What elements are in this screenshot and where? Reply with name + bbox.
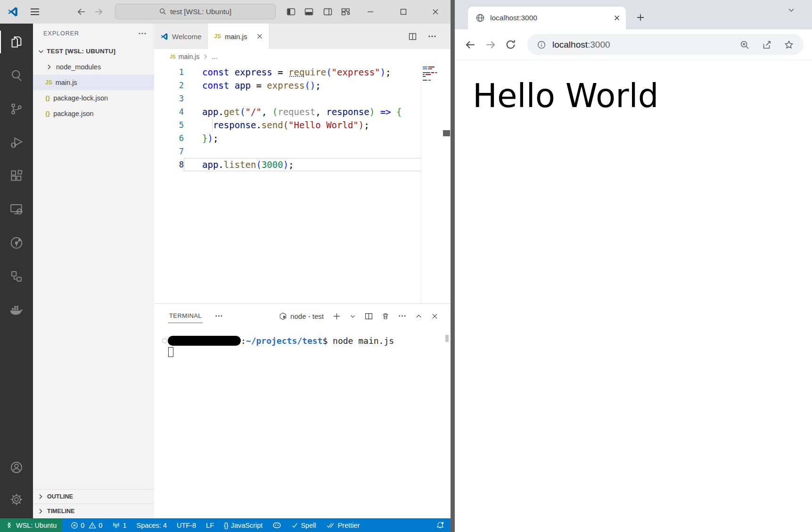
code-line[interactable]: 7 xyxy=(154,145,421,158)
code-line[interactable]: 1const express = require("express"); xyxy=(154,66,421,79)
kill-terminal-icon[interactable] xyxy=(382,312,389,320)
line-content[interactable]: const app = express(); xyxy=(184,79,421,92)
code-line[interactable]: 3 xyxy=(154,92,421,105)
command-decoration-icon[interactable] xyxy=(162,338,167,343)
run-debug-icon[interactable] xyxy=(0,135,33,150)
notifications-bell-icon[interactable] xyxy=(436,521,444,530)
browser-reload-icon[interactable] xyxy=(505,39,517,50)
toggle-panel-icon[interactable] xyxy=(304,8,313,16)
spell-indicator[interactable]: Spell xyxy=(291,522,316,529)
line-content[interactable]: app.listen(3000); xyxy=(184,158,421,171)
bookmark-star-icon[interactable] xyxy=(784,40,794,50)
prettier-indicator[interactable]: Prettier xyxy=(326,522,360,529)
warning-count: 0 xyxy=(98,522,102,529)
share-icon[interactable] xyxy=(762,40,772,50)
line-content[interactable]: app.get("/", (request, response) => { xyxy=(184,105,421,118)
language-indicator[interactable]: {} JavaScript xyxy=(224,522,262,529)
hierarchy-icon[interactable] xyxy=(0,269,33,283)
explorer-icon[interactable] xyxy=(0,35,33,49)
minimap[interactable] xyxy=(421,64,443,303)
code-line[interactable]: 2const app = express(); xyxy=(154,79,421,92)
tab-label: main.js xyxy=(225,33,247,41)
search-icon[interactable] xyxy=(0,68,33,83)
toggle-secondary-sidebar-icon[interactable] xyxy=(323,8,332,16)
account-icon[interactable] xyxy=(0,460,33,474)
line-number: 7 xyxy=(154,145,184,158)
workspace-root-item[interactable]: TEST [WSL: UBUNTU] xyxy=(33,43,154,59)
outline-section[interactable]: OUTLINE xyxy=(33,489,154,504)
line-content[interactable] xyxy=(184,145,421,158)
settings-gear-icon[interactable] xyxy=(0,492,33,507)
line-content[interactable] xyxy=(184,92,421,105)
ports-indicator[interactable]: 1 xyxy=(112,522,126,529)
panel-tab-terminal[interactable]: TERMINAL xyxy=(168,309,203,323)
browser-tab-title: localhost:3000 xyxy=(490,14,608,22)
tab-welcome[interactable]: Welcome xyxy=(154,24,208,49)
code-line[interactable]: 5 response.send("Hello World"); xyxy=(154,118,421,132)
window-close-icon[interactable] xyxy=(431,8,440,16)
browser-back-icon[interactable] xyxy=(464,39,476,51)
window-minimize-icon[interactable] xyxy=(366,8,375,16)
remote-explorer-icon[interactable] xyxy=(0,202,33,216)
tree-item-package-json[interactable]: {} package.json xyxy=(33,106,154,121)
close-panel-icon[interactable] xyxy=(431,313,438,320)
code-line[interactable]: 6}); xyxy=(154,132,421,145)
new-terminal-icon[interactable] xyxy=(333,312,341,320)
terminal-dropdown-icon[interactable] xyxy=(350,313,356,319)
tree-item-main-js[interactable]: JS main.js xyxy=(33,75,154,90)
line-content[interactable]: response.send("Hello World"); xyxy=(184,118,421,132)
line-content[interactable]: }); xyxy=(184,132,421,145)
zoom-icon[interactable] xyxy=(739,40,750,50)
customize-layout-icon[interactable] xyxy=(341,8,351,16)
browser-tab[interactable]: localhost:3000 xyxy=(468,7,626,29)
new-tab-icon[interactable] xyxy=(636,13,645,22)
terminal-content[interactable]: :~/projects/test$ node main.js xyxy=(154,328,451,518)
eol-indicator[interactable]: LF xyxy=(206,522,214,529)
chevron-right-icon xyxy=(45,63,53,71)
terminal-shell-label[interactable]: node - test xyxy=(290,312,324,320)
encoding-indicator[interactable]: UTF-8 xyxy=(177,522,196,529)
breadcrumb[interactable]: JS main.js ... xyxy=(154,49,451,64)
tree-item-package-lock[interactable]: {} package-lock.json xyxy=(33,90,154,106)
tab-close-icon[interactable] xyxy=(256,33,263,40)
split-editor-icon[interactable] xyxy=(409,33,417,41)
breadcrumb-file[interactable]: main.js xyxy=(179,53,199,60)
breadcrumb-symbol[interactable]: ... xyxy=(212,53,217,60)
nav-forward-icon[interactable] xyxy=(93,7,104,17)
indent-indicator[interactable]: Spaces: 4 xyxy=(136,522,167,529)
extensions-icon[interactable] xyxy=(0,169,33,183)
code-line[interactable]: 4app.get("/", (request, response) => { xyxy=(154,105,421,118)
problems-indicator[interactable]: 0 0 xyxy=(71,522,102,529)
code-line[interactable]: 8app.listen(3000); xyxy=(154,158,421,171)
line-content[interactable]: const express = require("express"); xyxy=(184,66,421,79)
explorer-more-icon[interactable] xyxy=(138,32,147,35)
panel-actions-more-icon[interactable] xyxy=(398,315,406,317)
site-info-icon[interactable] xyxy=(537,40,546,50)
tab-main-js[interactable]: JS main.js xyxy=(208,24,270,49)
browser-tab-close-icon[interactable] xyxy=(614,15,620,21)
menu-icon[interactable] xyxy=(30,7,40,17)
timeline-section[interactable]: TIMELINE xyxy=(33,504,154,518)
browser-forward-icon[interactable] xyxy=(484,39,497,51)
source-control-icon[interactable] xyxy=(0,102,33,116)
editor-more-icon[interactable] xyxy=(428,35,436,38)
toggle-sidebar-icon[interactable] xyxy=(287,8,295,16)
command-center-search[interactable]: test [WSL: Ubuntu] xyxy=(115,4,276,19)
window-divider xyxy=(451,0,455,532)
remote-indicator[interactable]: WSL: Ubuntu xyxy=(0,518,62,532)
maximize-panel-icon[interactable] xyxy=(415,313,422,320)
js-file-icon: JS xyxy=(45,79,52,86)
url-text[interactable]: localhost:3000 xyxy=(552,40,610,50)
docker-icon[interactable] xyxy=(0,303,33,317)
editor-scrollbar-thumb[interactable] xyxy=(443,130,450,136)
split-terminal-icon[interactable] xyxy=(365,312,373,320)
nav-back-icon[interactable] xyxy=(76,7,87,17)
terminal-scrollbar-thumb[interactable] xyxy=(445,335,449,342)
copilot-indicator[interactable] xyxy=(272,521,281,529)
tree-item-node-modules[interactable]: node_modules xyxy=(33,59,154,75)
window-maximize-icon[interactable] xyxy=(399,8,408,16)
panel-more-icon[interactable] xyxy=(215,315,223,317)
gitlens-icon[interactable] xyxy=(0,236,33,250)
tab-search-chevron-icon[interactable] xyxy=(787,6,796,15)
address-bar[interactable]: localhost:3000 xyxy=(527,34,804,55)
